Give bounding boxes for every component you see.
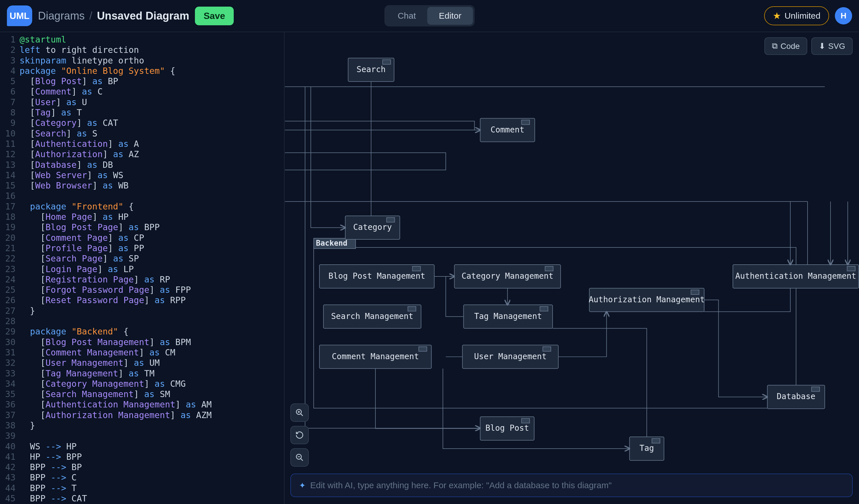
node-sm[interactable]: Search Management [323, 305, 421, 329]
svg-rect-12 [387, 217, 395, 222]
node-comment[interactable]: Comment [480, 118, 535, 142]
node-tag[interactable]: Tag [630, 437, 664, 460]
reset-zoom-button[interactable] [290, 426, 309, 444]
zoom-in-icon [295, 408, 304, 417]
node-bp[interactable]: Blog Post [480, 417, 534, 440]
diagram-svg: Backend Search Comment Category Blog Po [285, 32, 859, 504]
svg-text:Category Management: Category Management [462, 271, 553, 281]
tab-chat[interactable]: Chat [386, 7, 427, 25]
app-header: UML Diagrams / Unsaved Diagram Save Chat… [0, 0, 859, 32]
code-content[interactable]: @startumlleft to right directionskinpara… [19, 32, 284, 504]
save-button[interactable]: Save [195, 6, 234, 25]
zoom-out-icon [295, 453, 304, 462]
node-am[interactable]: Authentication Management [733, 265, 858, 288]
svg-line-52 [301, 459, 303, 461]
svg-text:Search Management: Search Management [331, 311, 413, 321]
svg-rect-21 [847, 266, 855, 271]
svg-rect-33 [419, 347, 427, 351]
svg-rect-9 [522, 120, 529, 125]
breadcrumb: Diagrams / Unsaved Diagram [38, 10, 189, 22]
ai-prompt-input[interactable] [310, 480, 844, 490]
svg-rect-18 [545, 266, 553, 271]
download-icon: ⬇ [819, 41, 825, 51]
node-db[interactable]: Database [767, 385, 825, 409]
svg-text:Tag: Tag [639, 443, 654, 453]
svg-text:Search: Search [357, 65, 386, 74]
copy-icon: ⧉ [772, 41, 778, 51]
svg-rect-15 [412, 266, 421, 271]
plan-badge[interactable]: ★ Unlimited [764, 6, 829, 25]
line-gutter: 1234567891011121314151617181920212223242… [0, 32, 19, 504]
svg-text:User Management: User Management [474, 352, 546, 361]
node-cmg[interactable]: Category Management [454, 265, 561, 288]
zoom-in-button[interactable] [290, 403, 309, 422]
download-svg-button[interactable]: ⬇ SVG [811, 37, 853, 55]
app-logo[interactable]: UML [7, 5, 32, 26]
copy-code-button[interactable]: ⧉ Code [765, 37, 807, 55]
svg-text:Authorization Management: Authorization Management [589, 295, 705, 304]
copy-code-label: Code [781, 42, 800, 51]
breadcrumb-current[interactable]: Unsaved Diagram [97, 10, 189, 22]
canvas-toolbar: ⧉ Code ⬇ SVG [765, 37, 853, 55]
svg-text:Database: Database [777, 392, 816, 401]
svg-text:Blog Post: Blog Post [485, 423, 529, 433]
zoom-out-button[interactable] [290, 448, 309, 467]
svg-rect-36 [543, 347, 551, 351]
node-cm[interactable]: Comment Management [319, 345, 432, 369]
node-azm[interactable]: Authorization Management [589, 288, 705, 312]
ai-prompt-bar[interactable]: ✦ [290, 474, 853, 497]
svg-rect-30 [540, 307, 548, 311]
svg-line-48 [301, 414, 303, 416]
tab-editor[interactable]: Editor [427, 7, 473, 25]
svg-rect-24 [691, 290, 699, 294]
svg-rect-6 [383, 60, 391, 64]
svg-text:Blog Post Management: Blog Post Management [329, 271, 425, 281]
svg-text:Comment Management: Comment Management [332, 352, 419, 361]
user-avatar[interactable]: H [835, 7, 852, 25]
download-svg-label: SVG [828, 42, 845, 51]
node-category[interactable]: Category [345, 216, 400, 239]
star-icon: ★ [773, 10, 781, 21]
svg-text:Comment: Comment [491, 125, 524, 135]
diagram-canvas[interactable]: Backend Search Comment Category Blog Po [285, 32, 859, 504]
svg-text:Tag Management: Tag Management [474, 311, 542, 321]
svg-rect-45 [652, 439, 660, 443]
zoom-controls [290, 403, 309, 467]
breadcrumb-separator: / [89, 10, 93, 22]
code-editor[interactable]: 1234567891011121314151617181920212223242… [0, 32, 285, 504]
svg-text:Authentication Management: Authentication Management [735, 271, 856, 281]
breadcrumb-root[interactable]: Diagrams [38, 10, 85, 22]
sparkle-icon: ✦ [299, 481, 306, 490]
svg-rect-42 [522, 418, 529, 423]
backend-package-label: Backend [316, 239, 347, 247]
refresh-icon [295, 431, 304, 439]
node-search[interactable]: Search [348, 58, 394, 81]
svg-rect-39 [812, 387, 819, 391]
node-tm[interactable]: Tag Management [464, 305, 553, 329]
node-bpm[interactable]: Blog Post Management [319, 265, 434, 288]
plan-label: Unlimited [785, 11, 820, 21]
main-split: 1234567891011121314151617181920212223242… [0, 32, 859, 504]
svg-rect-27 [408, 307, 416, 311]
svg-text:Category: Category [353, 223, 392, 232]
mode-tabs: Chat Editor [385, 5, 474, 27]
node-um[interactable]: User Management [462, 345, 558, 369]
